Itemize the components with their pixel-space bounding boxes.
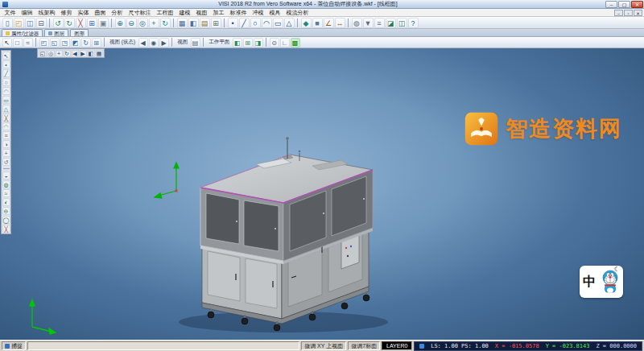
draw-line-icon[interactable]: ╱ — [2, 69, 10, 77]
menu-item[interactable]: 修剪 — [58, 9, 75, 17]
workplane-icon[interactable]: ◪ — [386, 18, 396, 28]
dimension-icon[interactable]: ↔ — [335, 18, 345, 28]
menu-item[interactable]: 工程图 — [154, 9, 176, 17]
snap-toggle[interactable]: 捕捉 — [2, 341, 26, 350]
menu-item[interactable]: 标准件 — [227, 9, 250, 17]
select-window-icon[interactable]: □ — [13, 38, 23, 47]
revolve-icon[interactable]: ◍ — [2, 180, 10, 188]
view-mode-indicator[interactable]: 微调 XY 上视图 — [301, 341, 346, 350]
menu-item[interactable]: 实体 — [75, 9, 92, 17]
zoom-in-icon[interactable]: ⊕ — [115, 18, 126, 28]
zoom-out-icon[interactable]: ⊖ — [126, 18, 137, 28]
save-file-icon[interactable]: ◫ — [25, 18, 35, 28]
mdi-minimize-button[interactable]: – — [614, 10, 623, 16]
view-top-icon[interactable]: ◰ — [39, 38, 49, 47]
mdi-restore-button[interactable]: ▫ — [624, 10, 633, 16]
polygon-icon[interactable]: △ — [284, 18, 295, 28]
shell-icon[interactable]: ◯ — [2, 216, 10, 224]
grid-icon[interactable]: ⊞ — [211, 18, 221, 28]
surface-icon[interactable]: ◆ — [301, 18, 312, 28]
menu-item[interactable]: 加工 — [210, 9, 227, 17]
cplane-icon[interactable]: ◫ — [397, 18, 407, 28]
view-side-icon[interactable]: ◳ — [60, 38, 70, 47]
select-icon[interactable]: ↖ — [2, 38, 12, 47]
help-icon[interactable]: ? — [408, 18, 419, 28]
draw-polygon-icon[interactable]: △ — [2, 105, 10, 113]
shaded-view-icon[interactable]: ◧ — [188, 18, 199, 28]
extrude-icon[interactable]: ◒ — [2, 171, 10, 180]
minimize-button[interactable]: – — [605, 1, 617, 8]
machine-3d-model[interactable] — [0, 48, 644, 340]
panel-tab[interactable]: 图层 — [44, 29, 68, 36]
pan-icon[interactable]: + — [149, 18, 159, 28]
render-shaded-icon[interactable]: ▩ — [291, 38, 300, 47]
print-icon[interactable]: ⊟ — [36, 18, 47, 28]
menu-item[interactable]: 分析 — [109, 9, 126, 17]
fillet-icon[interactable]: ◠ — [2, 122, 10, 130]
workplane-xy-icon[interactable]: ◧ — [233, 38, 242, 47]
pan-view-icon[interactable]: + — [56, 50, 63, 57]
trim-icon[interactable]: ╳ — [2, 114, 10, 122]
new-file-icon[interactable]: ▯ — [2, 18, 13, 28]
view-state-prev-icon[interactable]: ◀ — [138, 38, 148, 47]
menu-item[interactable]: 尺寸标注 — [126, 9, 154, 17]
arc-icon[interactable]: ◠ — [262, 18, 272, 28]
orbit-icon[interactable]: ↻ — [64, 50, 71, 57]
menu-item[interactable]: 文件 — [2, 9, 19, 17]
menu-item[interactable]: 模流分析 — [283, 9, 312, 17]
cut-icon[interactable]: ╳ — [76, 18, 86, 28]
maximize-button[interactable]: ▢ — [618, 1, 630, 8]
rotate-view-icon[interactable]: ↻ — [160, 18, 171, 28]
move-icon[interactable]: + — [2, 149, 10, 157]
view-iso-icon[interactable]: ◩ — [71, 38, 80, 47]
view-list-icon[interactable]: ▤ — [191, 38, 200, 47]
sweep-icon[interactable]: ≈ — [2, 189, 10, 197]
paste-icon[interactable]: ▣ — [98, 18, 109, 28]
wireframe-toggle-icon[interactable]: ▦ — [96, 50, 103, 57]
view-state-save-icon[interactable]: ◉ — [149, 38, 159, 47]
draw-arc-icon[interactable]: ◠ — [2, 87, 10, 95]
offset-icon[interactable]: ≡ — [2, 131, 10, 139]
workplane-new-icon[interactable]: ⊞ — [243, 38, 253, 47]
copy-icon[interactable]: ⊞ — [87, 18, 97, 28]
view-rotate-icon[interactable]: ↻ — [81, 38, 91, 47]
hide-show-icon[interactable]: ◍ — [352, 18, 362, 28]
ortho-toggle-icon[interactable]: ∟ — [280, 38, 290, 47]
rectangle-icon[interactable]: ▭ — [273, 18, 283, 28]
rotate-icon[interactable]: ↺ — [2, 158, 10, 166]
line-icon[interactable]: ╱ — [239, 18, 250, 28]
menu-item[interactable]: 建模 — [176, 9, 193, 17]
menu-item[interactable]: 编辑 — [19, 9, 35, 17]
wireframe-icon[interactable]: ▦ — [177, 18, 188, 28]
measure-icon[interactable]: ∠ — [324, 18, 334, 28]
zoom-fit-icon[interactable]: ◎ — [138, 18, 148, 28]
boolean-subtract-icon[interactable]: ⊖ — [2, 207, 10, 215]
layers-icon[interactable]: ▤ — [200, 18, 210, 28]
zoom-all-icon[interactable]: ◎ — [47, 50, 55, 57]
snap-settings-icon[interactable]: ⊙ — [270, 38, 279, 47]
view-front-icon[interactable]: ◱ — [50, 38, 60, 47]
filter-icon[interactable]: ▼ — [363, 18, 374, 28]
view-name-indicator[interactable]: 微调7标图 — [348, 341, 380, 350]
view-previous-icon[interactable]: ◀ — [72, 50, 79, 57]
menu-item[interactable]: 视图 — [193, 9, 210, 17]
view-state-next-icon[interactable]: ▶ — [159, 38, 169, 47]
boolean-union-icon[interactable]: ◐ — [2, 198, 10, 206]
panel-tab[interactable]: 图形 — [70, 29, 89, 36]
menu-item[interactable]: 模具 — [266, 9, 283, 17]
zoom-window-icon[interactable]: ◱ — [39, 50, 47, 57]
workplane-align-icon[interactable]: ◨ — [254, 38, 263, 47]
close-button[interactable]: ✕ — [631, 1, 643, 8]
view-next-icon[interactable]: ▶ — [80, 50, 87, 57]
point-icon[interactable]: • — [228, 18, 238, 28]
draw-point-icon[interactable]: • — [2, 60, 10, 68]
panel-tab[interactable]: 属性/过滤器 — [2, 29, 43, 36]
redo-icon[interactable]: ↻ — [64, 18, 75, 28]
draw-circle-icon[interactable]: ○ — [2, 78, 10, 86]
open-file-icon[interactable]: ◰ — [14, 18, 24, 28]
shade-toggle-icon[interactable]: ◧ — [88, 50, 95, 57]
menu-item[interactable]: 冲模 — [250, 9, 266, 17]
select-chain-icon[interactable]: ≈ — [23, 38, 33, 47]
mdi-close-button[interactable]: ✕ — [634, 10, 642, 16]
attributes-icon[interactable]: ≡ — [374, 18, 385, 28]
